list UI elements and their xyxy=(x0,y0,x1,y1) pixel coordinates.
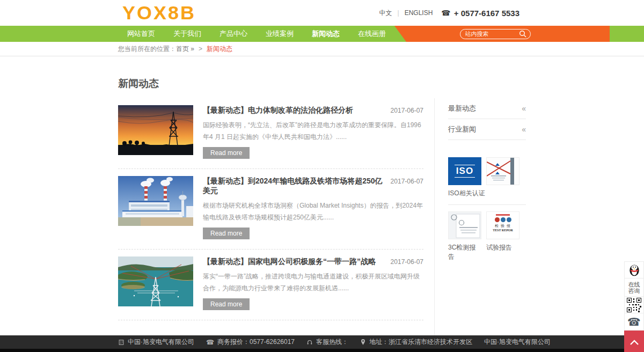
lang-divider: | xyxy=(398,9,399,17)
breadcrumb-home-link[interactable]: 首页 » xyxy=(176,45,194,53)
news-list: 【最新动态】电力体制改革的法治化路径分析 2017-06-07 国际经验表明，“… xyxy=(118,98,435,348)
main-nav: 网站首页 关于我们 产品中心 业绩案例 新闻动态 在线画册 联系我们 xyxy=(0,26,644,42)
certificate-label[interactable]: ISO相关认证 xyxy=(448,189,526,198)
certificate-label[interactable]: 试验报告 xyxy=(486,243,519,261)
nav-item-cases[interactable]: 业绩案例 xyxy=(257,26,303,42)
lang-chinese-link[interactable]: 中文 xyxy=(379,9,392,18)
breadcrumb-current[interactable]: 新闻动态 xyxy=(207,45,232,53)
nav-item-about[interactable]: 关于我们 xyxy=(164,26,210,42)
news-item: 【最新动态】到2024年输电线路及铁塔市场将超250亿美元 2017-06-07… xyxy=(118,169,423,250)
ccc-report-image[interactable] xyxy=(448,211,481,239)
site-search xyxy=(460,29,531,39)
header-phone: ☎ + 0577-6167 5533 xyxy=(441,9,519,18)
nav-item-news[interactable]: 新闻动态 xyxy=(303,26,349,42)
nav-item-home[interactable]: 网站首页 xyxy=(118,26,164,42)
breadcrumb-separator: > xyxy=(199,45,202,53)
breadcrumb-bar: 您当前所在的位置：首页 »>新闻动态 xyxy=(0,42,644,56)
read-more-button[interactable]: Read more xyxy=(203,298,250,310)
iso-certificate-image[interactable] xyxy=(486,157,519,185)
header-utility: 中文 | ENGLISH ☎ + 0577-6167 5533 xyxy=(379,9,526,18)
online-consult-button[interactable]: 在线 咨询 xyxy=(624,278,644,296)
double-chevron-left-icon: « xyxy=(522,104,526,113)
report-title-en: TEST REPOR xyxy=(493,229,513,232)
consult-label-line2: 咨询 xyxy=(628,288,640,294)
iso-logo-image[interactable]: ISO xyxy=(448,157,481,185)
report-header-bar xyxy=(496,214,510,216)
report-title-cn: 检 验 报 xyxy=(495,223,511,229)
news-title[interactable]: 【最新动态】到2024年输电线路及铁塔市场将超250亿美元 xyxy=(203,177,385,196)
chevron-up-icon xyxy=(630,339,639,346)
news-item: 【最新动态】国家电网公司积极服务“一带一路”战略 2017-06-07 落实“一… xyxy=(118,250,423,320)
floating-contact-widget: 在线 咨询 ☎ xyxy=(624,261,644,352)
footer-company-2: 中国·旭变电气有限公司 xyxy=(484,338,551,347)
nav-item-album[interactable]: 在线画册 xyxy=(349,26,395,42)
page-content: 新闻动态 xyxy=(118,56,526,348)
telephone-icon: ☎ xyxy=(627,317,641,327)
search-input[interactable] xyxy=(464,30,519,38)
footer-company: 中国·旭变电气有限公司 xyxy=(118,338,194,347)
news-excerpt: 根据市场研究机构全球市场洞察（Global Market Insights）的报… xyxy=(203,200,423,223)
breadcrumb-prefix: 您当前所在的位置： xyxy=(118,45,176,53)
read-more-button[interactable]: Read more xyxy=(203,228,250,239)
news-date: 2017-06-07 xyxy=(391,258,423,266)
site-logo[interactable]: YOX8B xyxy=(118,1,196,25)
lang-english-link[interactable]: ENGLISH xyxy=(405,9,433,17)
news-thumbnail-islands-transmission[interactable] xyxy=(118,256,193,306)
sidebar-category-label: 行业新闻 xyxy=(448,124,476,134)
sidebar-item-industry-news[interactable]: 行业新闻 « xyxy=(448,119,526,140)
consult-label-line1: 在线 xyxy=(628,281,640,288)
certificates-panel: ISO xyxy=(448,157,526,261)
read-more-button[interactable]: Read more xyxy=(203,147,250,159)
phone-icon: ☎ xyxy=(206,339,214,346)
news-item: 【最新动态】电力体制改革的法治化路径分析 2017-06-07 国际经验表明，“… xyxy=(118,98,423,169)
qq-penguin-icon xyxy=(627,263,641,277)
building-icon xyxy=(118,339,125,346)
qq-chat-button[interactable] xyxy=(624,261,644,278)
certificate-label[interactable]: 3C检测报告 xyxy=(448,243,481,261)
footer-address: 地址：浙江省乐清市经济技术开发区 xyxy=(360,338,472,347)
news-thumbnail-power-plant[interactable] xyxy=(118,176,193,226)
test-report-image[interactable]: 检 验 报 TEST REPOR xyxy=(486,211,519,239)
phone-icon: ☎ xyxy=(441,9,450,17)
news-date: 2017-06-07 xyxy=(391,107,423,114)
news-title[interactable]: 【最新动态】电力体制改革的法治化路径分析 xyxy=(203,106,353,115)
footer-hotline: 客服热线： xyxy=(306,338,348,347)
back-to-top-button[interactable] xyxy=(624,331,644,352)
nav-item-products[interactable]: 产品中心 xyxy=(210,26,257,42)
news-excerpt: 国际经验表明，“先立法、后改革”的路径是电力改革成功的重要保障。自1996 年4… xyxy=(203,119,423,143)
sidebar-item-latest-news[interactable]: 最新动态 « xyxy=(448,98,526,119)
qr-code-button[interactable] xyxy=(624,296,644,313)
news-date: 2017-06-07 xyxy=(391,178,423,185)
news-title[interactable]: 【最新动态】国家电网公司积极服务“一带一路”战略 xyxy=(203,257,376,267)
site-header: YOX8B 中文 | ENGLISH ☎ + 0577-6167 5533 xyxy=(0,0,644,26)
news-sidebar: 最新动态 « 行业新闻 « ISO xyxy=(435,98,526,348)
qr-code-icon xyxy=(627,298,641,312)
footer-quote: ☎ 商务报价：0577-62626017 xyxy=(206,338,295,347)
hotline-button[interactable]: ☎ xyxy=(624,313,644,331)
iso-logo-text: ISO xyxy=(455,165,475,178)
double-chevron-left-icon: « xyxy=(522,125,526,134)
breadcrumb: 您当前所在的位置：首页 »>新闻动态 xyxy=(118,42,526,56)
search-icon[interactable] xyxy=(519,30,526,38)
headset-icon xyxy=(306,339,313,346)
footer-bottom-strip xyxy=(0,349,644,352)
news-thumbnail-sunset-towers[interactable] xyxy=(118,105,193,155)
site-footer: 中国·旭变电气有限公司 ☎ 商务报价：0577-62626017 客服热线： xyxy=(0,335,644,352)
report-stamp-icons xyxy=(495,217,511,222)
location-pin-icon xyxy=(360,339,366,346)
nav-search-band xyxy=(394,26,610,42)
news-excerpt: 落实“一带一路”战略，推进跨境电力与输电通道建设，积极开展区域电网升级合作，为能… xyxy=(203,270,423,294)
header-phone-number: + 0577-6167 5533 xyxy=(454,9,519,18)
page-title: 新闻动态 xyxy=(118,77,526,91)
sidebar-category-label: 最新动态 xyxy=(448,104,476,113)
